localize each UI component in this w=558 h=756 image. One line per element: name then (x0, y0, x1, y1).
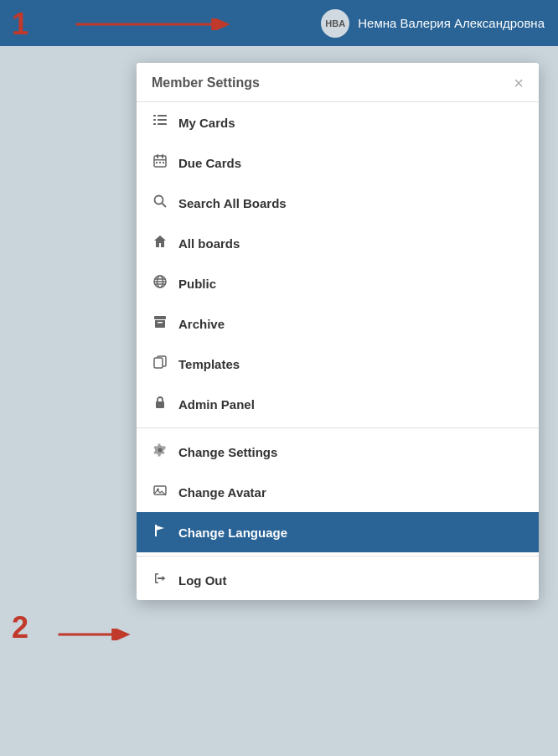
svg-rect-6 (153, 119, 156, 121)
menu-item-my-cards[interactable]: My Cards (137, 102, 539, 142)
menu-item-log-out[interactable]: Log Out (137, 560, 539, 600)
menu-item-archive[interactable]: Archive (137, 303, 539, 344)
member-settings-modal: Member Settings × My Cards (137, 63, 539, 600)
archive-icon (152, 315, 168, 332)
annotation-arrow-2 (46, 629, 147, 640)
menu-label-archive: Archive (178, 317, 225, 331)
menu-label-admin-panel: Admin Panel (178, 397, 255, 412)
menu-item-public[interactable]: Public (137, 263, 539, 303)
menu-label-due-cards: Due Cards (178, 156, 241, 170)
svg-rect-5 (158, 115, 167, 117)
user-name-label: Немна Валерия Александровна (358, 16, 545, 30)
svg-rect-4 (153, 115, 156, 117)
gear-icon (152, 443, 168, 460)
modal-close-button[interactable]: × (514, 75, 524, 91)
home-icon (152, 235, 168, 251)
menu-item-admin-panel[interactable]: Admin Panel (137, 384, 539, 424)
svg-rect-27 (154, 358, 163, 368)
svg-rect-25 (158, 322, 163, 324)
menu-label-public: Public (178, 277, 216, 291)
image-icon (152, 484, 168, 500)
globe-icon (152, 275, 168, 292)
lock-icon (152, 396, 168, 412)
menu-label-change-settings: Change Settings (178, 445, 277, 459)
menu-item-all-boards[interactable]: All boards (137, 223, 539, 263)
menu-label-templates: Templates (178, 357, 240, 371)
svg-rect-10 (154, 156, 166, 167)
menu-item-due-cards[interactable]: Due Cards (137, 142, 539, 183)
svg-rect-11 (157, 154, 158, 158)
menu-item-templates[interactable]: Templates (137, 344, 539, 384)
annotation-marker-2: 2 (12, 610, 28, 645)
svg-rect-13 (154, 159, 166, 161)
user-area[interactable]: HBA Немна Валерия Александровна (321, 9, 545, 38)
header-bar: HBA Немна Валерия Александровна (0, 0, 558, 46)
svg-line-18 (163, 204, 167, 208)
menu-label-my-cards: My Cards (178, 116, 235, 130)
calendar-icon (152, 154, 168, 171)
list-icon (152, 114, 168, 131)
menu-divider-2 (137, 556, 539, 557)
menu-label-log-out: Log Out (178, 573, 226, 588)
svg-rect-16 (163, 162, 164, 163)
svg-point-17 (155, 196, 163, 205)
svg-rect-9 (158, 123, 167, 125)
logout-icon (152, 572, 168, 588)
menu-item-change-language[interactable]: Change Language (137, 512, 539, 552)
modal-title: Member Settings (152, 75, 260, 91)
svg-rect-14 (156, 162, 158, 163)
menu-item-change-avatar[interactable]: Change Avatar (137, 472, 539, 512)
svg-rect-7 (158, 119, 167, 121)
avatar: HBA (321, 9, 349, 38)
menu-label-all-boards: All boards (178, 236, 240, 251)
menu-label-change-avatar: Change Avatar (178, 485, 266, 500)
menu-item-change-settings[interactable]: Change Settings (137, 432, 539, 472)
flag-icon (152, 524, 168, 541)
svg-rect-28 (156, 401, 164, 408)
menu-divider (137, 427, 539, 428)
modal-header: Member Settings × (137, 63, 539, 102)
menu-item-search-boards[interactable]: Search All Boards (137, 183, 539, 223)
copy-icon (152, 355, 168, 372)
svg-rect-24 (154, 316, 166, 319)
search-icon (152, 194, 168, 211)
svg-rect-12 (162, 154, 163, 158)
svg-rect-15 (159, 162, 161, 163)
svg-rect-8 (153, 123, 156, 125)
menu-label-change-language: Change Language (178, 526, 287, 540)
menu-label-search-boards: Search All Boards (178, 196, 287, 210)
